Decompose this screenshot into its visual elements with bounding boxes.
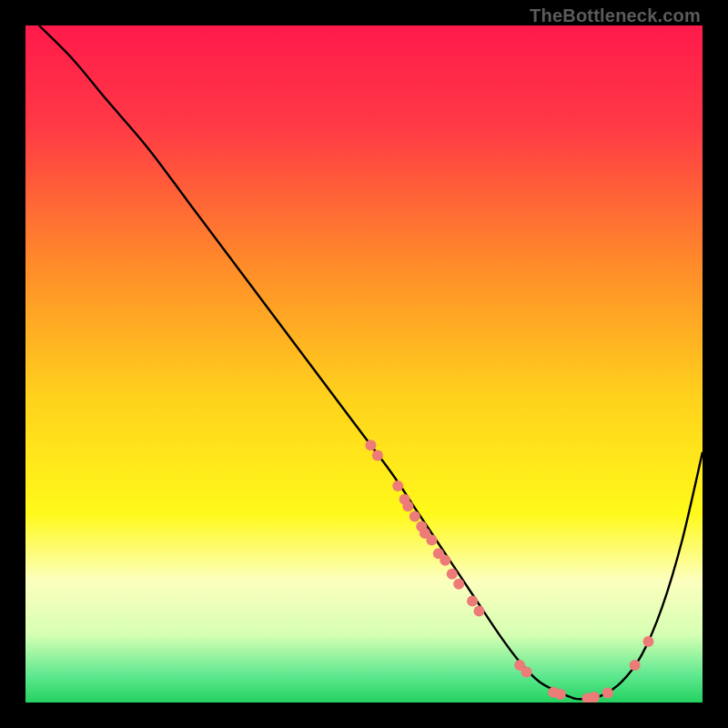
data-point-marker — [642, 636, 653, 647]
data-point-marker — [467, 595, 478, 606]
data-point-marker — [410, 511, 420, 521]
data-point-marker — [372, 450, 383, 460]
chart-svg — [25, 25, 703, 703]
data-point-marker — [453, 579, 464, 590]
data-point-marker — [555, 689, 566, 700]
data-point-marker — [392, 480, 403, 491]
data-point-marker — [521, 667, 532, 678]
data-point-marker — [426, 534, 437, 545]
plot-area — [25, 25, 703, 703]
data-point-marker — [365, 440, 376, 450]
data-point-marker — [440, 555, 450, 566]
watermark-text: TheBottleneck.com — [530, 5, 701, 26]
data-point-marker — [602, 688, 613, 699]
data-point-marker — [473, 606, 484, 617]
gradient-background — [25, 25, 703, 703]
data-point-marker — [447, 569, 458, 580]
data-point-marker — [630, 660, 641, 671]
data-point-marker — [402, 500, 413, 511]
chart-container: TheBottleneck.com — [0, 0, 728, 728]
data-point-marker — [589, 692, 600, 703]
